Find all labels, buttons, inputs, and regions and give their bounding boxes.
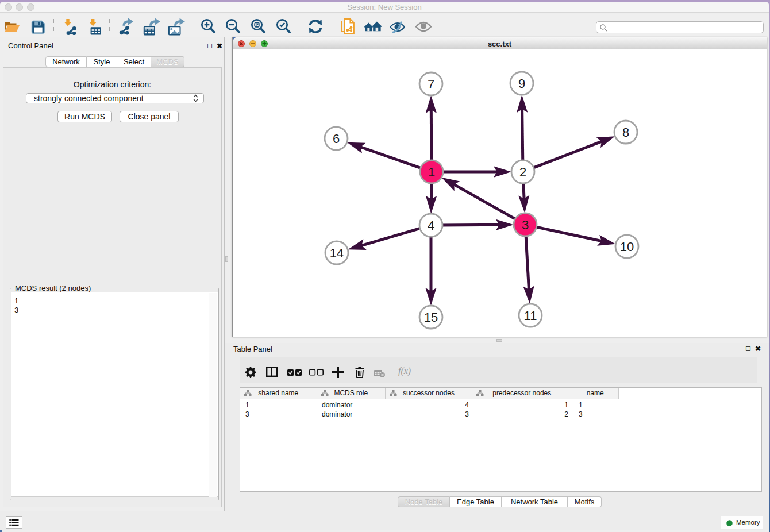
svg-text:10: 10 bbox=[620, 240, 634, 254]
svg-text:1: 1 bbox=[428, 165, 435, 179]
svg-text:8: 8 bbox=[622, 125, 629, 140]
svg-text:15: 15 bbox=[424, 310, 438, 325]
svg-text:3: 3 bbox=[522, 218, 529, 232]
svg-text:7: 7 bbox=[428, 77, 434, 91]
svg-text:9: 9 bbox=[518, 76, 525, 91]
svg-text:2: 2 bbox=[519, 165, 526, 179]
svg-text:14: 14 bbox=[330, 246, 344, 260]
svg-text:6: 6 bbox=[333, 132, 340, 146]
svg-text:11: 11 bbox=[524, 309, 537, 323]
svg-text:4: 4 bbox=[428, 218, 434, 233]
svg-text:f(x): f(x) bbox=[398, 366, 411, 376]
